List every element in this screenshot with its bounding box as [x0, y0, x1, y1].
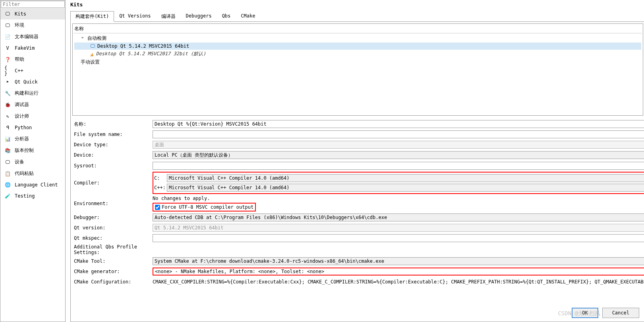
- debugger-select[interactable]: Auto-detected CDB at C:\Program Files (x…: [153, 213, 644, 221]
- sidebar-item-qtquick[interactable]: ➤Qt Quick: [0, 76, 65, 87]
- environment-label: Environment:: [74, 201, 149, 206]
- chevron-down-icon: ›: [80, 36, 85, 40]
- sidebar-item-label: C++: [15, 68, 23, 74]
- env-no-changes-text: No changes to apply.: [153, 196, 210, 201]
- design-icon: ✎: [4, 113, 11, 120]
- sidebar-item-python[interactable]: ꟼPython: [0, 122, 65, 133]
- force-utf8-checkbox[interactable]: [155, 205, 160, 210]
- qtversion-select[interactable]: Qt 5.14.2 MSVC2015 64bit: [153, 224, 644, 232]
- sidebar-item-label: 文本编辑器: [15, 33, 39, 40]
- sidebar-item-analyzer[interactable]: 📊分析器: [0, 133, 65, 145]
- cmake-generator-value: <none> - NMake Makefiles, Platform: <non…: [155, 269, 324, 274]
- qbs-profile-label: Additional Qbs Profile Settings:: [74, 244, 149, 255]
- lang-icon: 🌐: [4, 182, 11, 188]
- device-label: Device:: [74, 152, 149, 158]
- tab-2[interactable]: 编译器: [156, 11, 181, 22]
- sidebar-item-label: Python: [15, 125, 32, 130]
- mkspec-input[interactable]: [153, 234, 644, 242]
- python-icon: ꟼ: [4, 124, 11, 131]
- help-icon: ❓: [4, 56, 11, 63]
- sidebar-item-design[interactable]: ✎设计师: [0, 111, 65, 122]
- tab-3[interactable]: Debuggers: [181, 11, 217, 22]
- name-input[interactable]: [153, 120, 644, 128]
- test-icon: 🧪: [4, 193, 11, 199]
- fakevim-icon: V: [4, 45, 11, 51]
- sidebar-item-label: Kits: [15, 11, 26, 17]
- tree-header-name: 名称: [73, 25, 642, 33]
- analyzer-icon: 📊: [4, 136, 11, 142]
- sidebar-item-label: Language Client: [15, 182, 58, 188]
- tab-0[interactable]: 构建套件(Kit): [70, 11, 114, 22]
- env-icon: 🖵: [4, 22, 11, 29]
- tree-group-manual[interactable]: 手动设置: [74, 58, 641, 66]
- device-type-select[interactable]: 桌面: [153, 141, 644, 149]
- sidebar-item-fakevim[interactable]: VFakeVim: [0, 43, 65, 54]
- build-icon: 🔧: [4, 90, 11, 97]
- name-label: 名称:: [74, 121, 149, 128]
- ok-button[interactable]: OK: [572, 308, 598, 318]
- kit-item-msvc2017-32[interactable]: ▲Desktop Qt 5.14.2 MSVC2017 32bit (默认): [74, 50, 641, 58]
- vcs-icon: 📚: [4, 147, 11, 154]
- sidebar-item-build[interactable]: 🔧构建和运行: [0, 87, 65, 99]
- compiler-cxx-label: C++:: [154, 185, 165, 190]
- cmake-config-value: CMAKE_CXX_COMPILER:STRING=%{Compiler:Exe…: [153, 279, 644, 285]
- compiler-c-select[interactable]: Microsoft Visual C++ Compiler 14.0 (amd6…: [167, 174, 644, 182]
- sidebar-item-cpp[interactable]: { }C++: [0, 65, 65, 76]
- device-icon: 🖵: [4, 159, 11, 165]
- qtversion-label: Qt version:: [74, 225, 149, 231]
- sidebar-item-label: 设备: [15, 159, 24, 165]
- kits-tree: 名称 › 自动检测 🖵Desktop Qt 5.14.2 MSVC2015 64…: [72, 23, 643, 116]
- sidebar-item-label: 环境: [15, 22, 24, 29]
- page-title: Kits: [70, 0, 644, 11]
- sidebar-item-help[interactable]: ❓帮助: [0, 54, 65, 65]
- fs-name-label: File system name:: [74, 132, 149, 137]
- qtquick-icon: ➤: [4, 79, 11, 85]
- sidebar-item-paste[interactable]: 📋代码粘贴: [0, 168, 65, 179]
- filter-input[interactable]: [1, 1, 65, 8]
- sidebar-item-label: 设计师: [15, 113, 29, 120]
- monitor-icon: 🖵: [90, 43, 95, 49]
- cmake-tool-label: CMake Tool:: [74, 258, 149, 264]
- env-highlight-box: Force UTF-8 MSVC compiler output: [153, 203, 256, 211]
- sidebar-item-test[interactable]: 🧪Testing: [0, 190, 65, 202]
- kit-item-msvc2015-64[interactable]: 🖵Desktop Qt 5.14.2 MSVC2015 64bit: [74, 43, 641, 50]
- sidebar-item-device[interactable]: 🖵设备: [0, 156, 65, 168]
- sidebar-item-label: 版本控制: [15, 147, 34, 154]
- tree-group-auto[interactable]: › 自动检测: [74, 34, 641, 43]
- cmake-tool-select[interactable]: System CMake at F:\chrome download\cmake…: [153, 257, 644, 265]
- tab-5[interactable]: CMake: [236, 11, 260, 22]
- tab-1[interactable]: Qt Versions: [114, 11, 156, 22]
- sidebar-item-label: FakeVim: [15, 45, 35, 51]
- sidebar-item-label: Testing: [15, 193, 35, 199]
- device-type-label: Device type:: [74, 142, 149, 147]
- compiler-label: Compiler:: [74, 180, 149, 186]
- tab-4[interactable]: Qbs: [217, 11, 236, 22]
- compiler-highlight-box: C:Microsoft Visual C++ Compiler 14.0 (am…: [153, 172, 644, 194]
- sysroot-label: Sysroot:: [74, 163, 149, 169]
- tabs: 构建套件(Kit)Qt Versions编译器DebuggersQbsCMake: [70, 11, 644, 22]
- cpp-icon: { }: [4, 68, 11, 74]
- compiler-cxx-select[interactable]: Microsoft Visual C++ Compiler 14.0 (amd6…: [167, 184, 644, 192]
- fs-name-input[interactable]: [153, 130, 644, 138]
- sidebar-item-env[interactable]: 🖵环境: [0, 19, 65, 31]
- cmake-generator-highlight-box: <none> - NMake Makefiles, Platform: <non…: [153, 268, 644, 275]
- sysroot-input[interactable]: [153, 162, 644, 170]
- device-select[interactable]: Local PC（桌面 类型的默认设备）: [153, 151, 644, 159]
- paste-icon: 📋: [4, 171, 11, 177]
- sidebar-item-vcs[interactable]: 📚版本控制: [0, 145, 65, 156]
- cmake-generator-label: CMake generator:: [74, 269, 149, 274]
- sidebar-item-label: Qt Quick: [15, 79, 38, 85]
- kits-icon: 🖵: [4, 11, 11, 17]
- cmake-config-label: CMake Configuration:: [74, 279, 149, 285]
- warning-icon: ▲: [90, 51, 93, 57]
- sidebar-item-kits[interactable]: 🖵Kits: [0, 8, 65, 19]
- force-utf8-checkbox-label[interactable]: Force UTF-8 MSVC compiler output: [155, 204, 253, 210]
- cancel-button[interactable]: Cancel: [602, 308, 639, 318]
- sidebar-item-label: 代码粘贴: [15, 170, 34, 177]
- sidebar-item-text[interactable]: 📄文本编辑器: [0, 31, 65, 43]
- sidebar-item-lang[interactable]: 🌐Language Client: [0, 179, 65, 190]
- sidebar-item-label: 帮助: [15, 56, 24, 63]
- debugger-label: Debugger:: [74, 215, 149, 220]
- debug-icon: 🐞: [4, 102, 11, 108]
- sidebar-item-debug[interactable]: 🐞调试器: [0, 99, 65, 111]
